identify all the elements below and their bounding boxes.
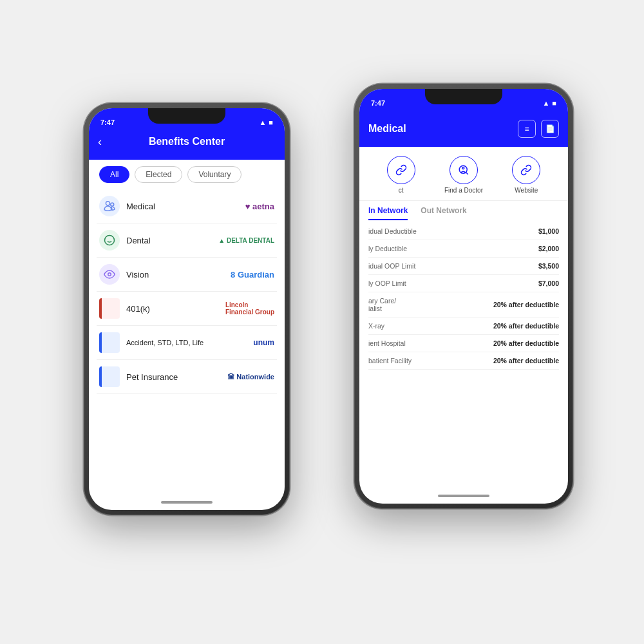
filter-elected[interactable]: Elected bbox=[135, 166, 182, 183]
svg-point-5 bbox=[462, 167, 464, 169]
guardian-logo: 8 Guardian bbox=[231, 270, 274, 279]
wifi-icon-2: ▲ bbox=[542, 99, 549, 107]
cov-label-7: ient Hospital bbox=[368, 339, 493, 347]
accident-label: Accident, STD, LTD, Life bbox=[126, 339, 204, 346]
benefit-dental[interactable]: Dental ▲ DELTA DENTAL bbox=[97, 223, 277, 258]
p1-title: Benefits Center bbox=[149, 136, 225, 147]
cov-row-7: ient Hospital 20% after deductible bbox=[368, 335, 559, 352]
vision-icon bbox=[99, 264, 120, 285]
phone-1: 7:47 ▲ ■ ‹ Benefits Center All Elected bbox=[84, 103, 290, 515]
cov-label-5: ary Care/ialist bbox=[368, 297, 493, 312]
action-buttons: ct Find a Doctor bbox=[359, 147, 568, 201]
accident-icon bbox=[99, 332, 120, 353]
cov-row-4: ly OOP Limit $7,000 bbox=[368, 275, 559, 292]
back-button[interactable]: ‹ bbox=[98, 135, 102, 149]
benefit-401k[interactable]: 401(k) LincolnFinancial Group bbox=[97, 292, 277, 326]
filter-voluntary[interactable]: Voluntary bbox=[187, 166, 242, 183]
list-icon[interactable]: ≡ bbox=[518, 120, 536, 138]
cov-val-7: 20% after deductible bbox=[493, 339, 559, 347]
medical-icon bbox=[99, 196, 120, 216]
benefit-list: Medical ♥ aetna bbox=[89, 189, 285, 510]
cov-val-4: $7,000 bbox=[538, 279, 559, 287]
coverage-table: idual Deductible $1,000 ly Deductible $2… bbox=[359, 220, 568, 372]
time-2: 7:47 bbox=[371, 99, 385, 107]
p2-title: Medical bbox=[368, 123, 406, 135]
action-website[interactable]: Website bbox=[512, 156, 540, 194]
p2-header: Medical ≡ 📄 bbox=[359, 111, 568, 147]
cov-label-8: batient Facility bbox=[368, 357, 493, 365]
status-icons-1: ▲ ■ bbox=[259, 118, 273, 126]
home-bar-1 bbox=[161, 501, 213, 504]
cov-row-8: batient Facility 20% after deductible bbox=[368, 352, 559, 370]
time-1: 7:47 bbox=[100, 118, 115, 126]
nationwide-logo: 🏛 Nationwide bbox=[227, 373, 274, 381]
scene: 7:47 ▲ ■ ‹ Benefits Center All Elected bbox=[32, 32, 612, 612]
home-bar-2 bbox=[438, 495, 489, 497]
filter-bar: All Elected Voluntary bbox=[89, 160, 285, 189]
status-icons-2: ▲ ■ bbox=[542, 99, 556, 107]
signal-icon: ■ bbox=[269, 118, 273, 126]
notch-1 bbox=[148, 108, 225, 124]
cov-val-8: 20% after deductible bbox=[493, 357, 559, 365]
dental-icon bbox=[99, 230, 120, 251]
cov-row-6: X-ray 20% after deductible bbox=[368, 317, 559, 335]
network-tabs: In Network Out Network bbox=[359, 201, 568, 220]
ct-circle bbox=[387, 156, 415, 184]
svg-point-3 bbox=[108, 273, 111, 276]
phone-1-screen: 7:47 ▲ ■ ‹ Benefits Center All Elected bbox=[89, 108, 285, 510]
benefit-medical[interactable]: Medical ♥ aetna bbox=[97, 189, 277, 223]
find-doctor-label: Find a Doctor bbox=[444, 187, 483, 194]
vision-label: Vision bbox=[126, 270, 149, 279]
website-label: Website bbox=[515, 187, 538, 194]
cov-val-6: 20% after deductible bbox=[493, 322, 559, 330]
doctor-circle bbox=[450, 156, 478, 184]
cov-row-3: idual OOP Limit $3,500 bbox=[368, 258, 559, 275]
dental-label: Dental bbox=[126, 236, 151, 245]
benefit-pet[interactable]: Pet Insurance 🏛 Nationwide bbox=[97, 360, 277, 394]
action-ct[interactable]: ct bbox=[387, 156, 415, 194]
cov-row-1: idual Deductible $1,000 bbox=[368, 223, 559, 240]
wifi-icon: ▲ bbox=[259, 118, 266, 126]
cov-label-1: idual Deductible bbox=[368, 227, 538, 235]
website-circle bbox=[512, 156, 540, 184]
unum-logo: unum bbox=[253, 338, 274, 347]
benefit-accident[interactable]: Accident, STD, LTD, Life unum bbox=[97, 326, 277, 360]
out-network-tab[interactable]: Out Network bbox=[421, 206, 466, 220]
cov-val-3: $3,500 bbox=[538, 262, 559, 270]
cov-label-3: idual OOP Limit bbox=[368, 262, 538, 270]
cov-label-4: ly OOP Limit bbox=[368, 279, 538, 287]
cov-label-2: ly Deductible bbox=[368, 245, 538, 252]
pet-icon bbox=[99, 366, 120, 387]
notch-2 bbox=[425, 89, 502, 104]
lincoln-logo: LincolnFinancial Group bbox=[225, 301, 274, 316]
benefit-vision[interactable]: Vision 8 Guardian bbox=[97, 258, 277, 292]
phone-2-screen: 7:47 ▲ ■ Medical ≡ 📄 bbox=[359, 89, 568, 504]
delta-dental-logo: ▲ DELTA DENTAL bbox=[218, 237, 274, 244]
svg-point-0 bbox=[105, 236, 115, 245]
action-find-doctor[interactable]: Find a Doctor bbox=[444, 156, 483, 194]
signal-icon-2: ■ bbox=[552, 99, 556, 107]
phone-2: 7:47 ▲ ■ Medical ≡ 📄 bbox=[354, 84, 573, 509]
cov-val-1: $1,000 bbox=[538, 227, 559, 235]
cov-row-5: ary Care/ialist 20% after deductible bbox=[368, 292, 559, 317]
doc-icon[interactable]: 📄 bbox=[541, 120, 559, 138]
filter-all[interactable]: All bbox=[99, 166, 129, 183]
401k-label: 401(k) bbox=[126, 304, 150, 314]
medical-label: Medical bbox=[126, 202, 155, 211]
cov-label-6: X-ray bbox=[368, 322, 493, 330]
p2-header-icons: ≡ 📄 bbox=[518, 120, 559, 138]
in-network-tab[interactable]: In Network bbox=[368, 206, 408, 220]
cov-val-5: 20% after deductible bbox=[493, 301, 559, 308]
401k-icon bbox=[99, 298, 120, 319]
pet-label: Pet Insurance bbox=[126, 372, 178, 382]
aetna-logo: ♥ aetna bbox=[245, 202, 274, 211]
cov-val-2: $2,000 bbox=[538, 245, 559, 252]
cov-row-2: ly Deductible $2,000 bbox=[368, 240, 559, 258]
ct-label: ct bbox=[399, 187, 404, 194]
